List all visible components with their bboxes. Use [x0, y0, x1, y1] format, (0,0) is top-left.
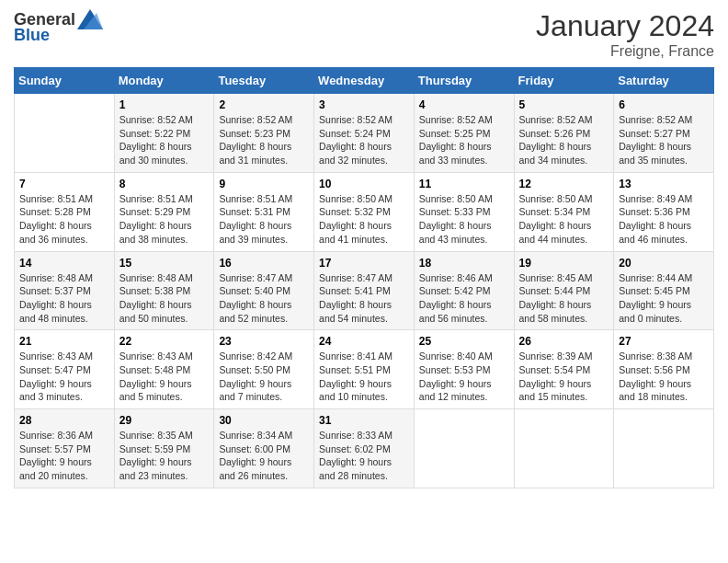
day-number: 4: [419, 98, 509, 111]
day-info: Sunrise: 8:51 AMSunset: 5:28 PMDaylight:…: [19, 192, 109, 247]
day-number: 26: [519, 335, 609, 348]
cell-w3-d1: 22Sunrise: 8:43 AMSunset: 5:48 PMDayligh…: [114, 330, 214, 409]
day-number: 1: [119, 98, 210, 111]
day-info: Sunrise: 8:52 AMSunset: 5:27 PMDaylight:…: [619, 113, 709, 167]
day-number: 31: [319, 414, 409, 427]
cell-w4-d1: 29Sunrise: 8:35 AMSunset: 5:59 PMDayligh…: [114, 409, 214, 488]
day-number: 18: [419, 257, 509, 270]
day-number: 12: [519, 178, 609, 190]
day-number: 19: [519, 257, 609, 270]
cell-w4-d0: 28Sunrise: 8:36 AMSunset: 5:57 PMDayligh…: [15, 409, 115, 488]
header-row: Sunday Monday Tuesday Wednesday Thursday…: [15, 68, 714, 94]
day-info: Sunrise: 8:46 AMSunset: 5:42 PMDaylight:…: [419, 271, 509, 326]
cell-w1-d0: 7Sunrise: 8:51 AMSunset: 5:28 PMDaylight…: [15, 172, 115, 251]
day-info: Sunrise: 8:45 AMSunset: 5:44 PMDaylight:…: [519, 271, 609, 326]
cell-w4-d2: 30Sunrise: 8:34 AMSunset: 6:00 PMDayligh…: [214, 409, 314, 488]
day-info: Sunrise: 8:34 AMSunset: 6:00 PMDaylight:…: [219, 429, 309, 483]
day-number: 28: [19, 414, 109, 427]
cell-w3-d2: 23Sunrise: 8:42 AMSunset: 5:50 PMDayligh…: [214, 330, 314, 409]
logo-blue-text: Blue: [14, 26, 50, 45]
day-number: 15: [119, 257, 210, 270]
location-subtitle: Freigne, France: [536, 43, 714, 60]
day-number: 25: [419, 335, 509, 348]
cell-w0-d4: 4Sunrise: 8:52 AMSunset: 5:25 PMDaylight…: [414, 94, 514, 173]
logo: General Blue: [14, 9, 103, 45]
page-header: General Blue January 2024 Freigne, Franc…: [14, 9, 714, 60]
day-number: 10: [319, 178, 409, 190]
col-tuesday: Tuesday: [214, 68, 314, 94]
day-info: Sunrise: 8:48 AMSunset: 5:37 PMDaylight:…: [19, 271, 109, 326]
cell-w0-d3: 3Sunrise: 8:52 AMSunset: 5:24 PMDaylight…: [314, 94, 415, 173]
calendar-table: Sunday Monday Tuesday Wednesday Thursday…: [14, 67, 714, 488]
cell-w4-d3: 31Sunrise: 8:33 AMSunset: 6:02 PMDayligh…: [314, 409, 415, 488]
col-saturday: Saturday: [614, 68, 714, 94]
day-info: Sunrise: 8:52 AMSunset: 5:23 PMDaylight:…: [219, 113, 309, 167]
day-info: Sunrise: 8:52 AMSunset: 5:25 PMDaylight:…: [419, 113, 509, 167]
cell-w1-d6: 13Sunrise: 8:49 AMSunset: 5:36 PMDayligh…: [614, 172, 714, 251]
day-number: 13: [619, 178, 709, 190]
col-sunday: Sunday: [15, 68, 115, 94]
day-info: Sunrise: 8:41 AMSunset: 5:51 PMDaylight:…: [319, 350, 409, 404]
cell-w1-d4: 11Sunrise: 8:50 AMSunset: 5:33 PMDayligh…: [414, 172, 514, 251]
day-info: Sunrise: 8:51 AMSunset: 5:31 PMDaylight:…: [219, 192, 309, 247]
day-number: 23: [219, 335, 309, 348]
cell-w4-d4: [414, 409, 514, 488]
month-year-title: January 2024: [536, 9, 714, 43]
day-info: Sunrise: 8:51 AMSunset: 5:29 PMDaylight:…: [119, 192, 210, 247]
week-row-4: 28Sunrise: 8:36 AMSunset: 5:57 PMDayligh…: [15, 409, 714, 488]
cell-w3-d4: 25Sunrise: 8:40 AMSunset: 5:53 PMDayligh…: [414, 330, 514, 409]
day-info: Sunrise: 8:49 AMSunset: 5:36 PMDaylight:…: [619, 192, 709, 247]
day-info: Sunrise: 8:52 AMSunset: 5:22 PMDaylight:…: [119, 113, 210, 167]
cell-w3-d5: 26Sunrise: 8:39 AMSunset: 5:54 PMDayligh…: [514, 330, 614, 409]
cell-w2-d2: 16Sunrise: 8:47 AMSunset: 5:40 PMDayligh…: [214, 251, 314, 330]
day-info: Sunrise: 8:33 AMSunset: 6:02 PMDaylight:…: [319, 429, 409, 483]
day-number: 3: [319, 98, 409, 111]
day-info: Sunrise: 8:50 AMSunset: 5:32 PMDaylight:…: [319, 192, 409, 247]
day-number: 17: [319, 257, 409, 270]
cell-w2-d6: 20Sunrise: 8:44 AMSunset: 5:45 PMDayligh…: [614, 251, 714, 330]
cell-w1-d2: 9Sunrise: 8:51 AMSunset: 5:31 PMDaylight…: [214, 172, 314, 251]
week-row-3: 21Sunrise: 8:43 AMSunset: 5:47 PMDayligh…: [15, 330, 714, 409]
cell-w0-d2: 2Sunrise: 8:52 AMSunset: 5:23 PMDaylight…: [214, 94, 314, 173]
cell-w0-d0: [15, 94, 115, 173]
col-monday: Monday: [114, 68, 214, 94]
day-number: 14: [19, 257, 109, 270]
day-number: 21: [19, 335, 109, 348]
day-number: 29: [119, 414, 210, 427]
week-row-0: 1Sunrise: 8:52 AMSunset: 5:22 PMDaylight…: [15, 94, 714, 173]
cell-w0-d6: 6Sunrise: 8:52 AMSunset: 5:27 PMDaylight…: [614, 94, 714, 173]
cell-w1-d3: 10Sunrise: 8:50 AMSunset: 5:32 PMDayligh…: [314, 172, 415, 251]
cell-w4-d5: [514, 409, 614, 488]
day-info: Sunrise: 8:43 AMSunset: 5:48 PMDaylight:…: [119, 350, 210, 404]
day-number: 30: [219, 414, 309, 427]
cell-w1-d1: 8Sunrise: 8:51 AMSunset: 5:29 PMDaylight…: [114, 172, 214, 251]
day-info: Sunrise: 8:35 AMSunset: 5:59 PMDaylight:…: [119, 429, 210, 483]
day-info: Sunrise: 8:52 AMSunset: 5:26 PMDaylight:…: [519, 113, 609, 167]
cell-w0-d5: 5Sunrise: 8:52 AMSunset: 5:26 PMDaylight…: [514, 94, 614, 173]
cell-w4-d6: [614, 409, 714, 488]
day-number: 20: [619, 257, 709, 270]
cell-w2-d0: 14Sunrise: 8:48 AMSunset: 5:37 PMDayligh…: [15, 251, 115, 330]
day-number: 16: [219, 257, 309, 270]
day-number: 9: [219, 178, 309, 190]
day-info: Sunrise: 8:40 AMSunset: 5:53 PMDaylight:…: [419, 350, 509, 404]
day-number: 5: [519, 98, 609, 111]
day-number: 7: [19, 178, 109, 190]
day-info: Sunrise: 8:48 AMSunset: 5:38 PMDaylight:…: [119, 271, 210, 326]
cell-w1-d5: 12Sunrise: 8:50 AMSunset: 5:34 PMDayligh…: [514, 172, 614, 251]
day-info: Sunrise: 8:52 AMSunset: 5:24 PMDaylight:…: [319, 113, 409, 167]
day-info: Sunrise: 8:44 AMSunset: 5:45 PMDaylight:…: [619, 271, 709, 326]
day-number: 24: [319, 335, 409, 348]
day-number: 8: [119, 178, 210, 190]
day-info: Sunrise: 8:38 AMSunset: 5:56 PMDaylight:…: [619, 350, 709, 404]
day-info: Sunrise: 8:43 AMSunset: 5:47 PMDaylight:…: [19, 350, 109, 404]
week-row-2: 14Sunrise: 8:48 AMSunset: 5:37 PMDayligh…: [15, 251, 714, 330]
week-row-1: 7Sunrise: 8:51 AMSunset: 5:28 PMDaylight…: [15, 172, 714, 251]
cell-w2-d4: 18Sunrise: 8:46 AMSunset: 5:42 PMDayligh…: [414, 251, 514, 330]
day-info: Sunrise: 8:36 AMSunset: 5:57 PMDaylight:…: [19, 429, 109, 483]
logo-icon: [77, 9, 103, 29]
col-wednesday: Wednesday: [314, 68, 415, 94]
day-number: 2: [219, 98, 309, 111]
day-number: 6: [619, 98, 709, 111]
day-number: 22: [119, 335, 210, 348]
